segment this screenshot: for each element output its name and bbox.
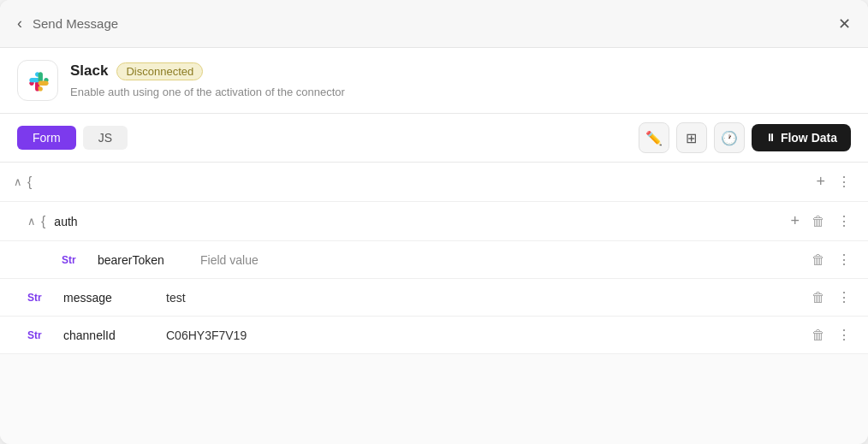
channel-id-type: Str (27, 329, 55, 341)
edit-icon: ✏️ (645, 130, 663, 146)
root-collapse-button[interactable]: ∧ (14, 175, 22, 188)
slack-icon (24, 67, 51, 94)
close-icon: ✕ (838, 15, 851, 33)
channel-id-delete-button[interactable]: 🗑 (808, 326, 829, 345)
service-description: Enable auth using one of the activation … (70, 86, 345, 98)
root-more-button[interactable]: ⋮ (834, 172, 854, 192)
channel-id-actions: 🗑 ⋮ (808, 325, 854, 345)
message-actions: 🗑 ⋮ (808, 287, 854, 307)
root-brace: { (27, 175, 32, 190)
root-row: ∧ { + ⋮ (0, 163, 868, 202)
root-add-button[interactable]: + (812, 171, 829, 192)
grid-icon-button[interactable]: ⊞ (676, 122, 707, 153)
auth-delete-button[interactable]: 🗑 (808, 212, 829, 231)
clock-icon: 🕐 (721, 130, 738, 146)
auth-brace: { (41, 214, 45, 229)
auth-group-name: auth (54, 215, 157, 228)
auth-more-button[interactable]: ⋮ (834, 211, 854, 231)
auth-collapse-button[interactable]: ∧ (27, 215, 36, 228)
auth-actions: + 🗑 ⋮ (787, 210, 854, 232)
header-title: Send Message (33, 16, 838, 31)
service-name: Slack (70, 62, 108, 80)
message-type: Str (27, 292, 55, 304)
header: ‹ Send Message ✕ (0, 0, 868, 48)
message-row: Str message test 🗑 ⋮ (0, 279, 868, 317)
channel-id-name: channelId (63, 329, 166, 342)
service-row: Slack Disconnected Enable auth using one… (0, 48, 868, 114)
close-button[interactable]: ✕ (838, 15, 851, 33)
message-name: message (63, 291, 166, 305)
back-button[interactable]: ‹ (17, 15, 22, 33)
channel-id-row: Str channelId C06HY3F7V19 🗑 ⋮ (0, 317, 868, 354)
flow-data-label: Flow Data (781, 131, 837, 145)
bearer-token-name: bearerToken (98, 253, 200, 267)
grid-icon: ⊞ (686, 130, 697, 146)
message-value: test (166, 291, 808, 305)
edit-icon-button[interactable]: ✏️ (639, 122, 669, 153)
bearer-token-more-button[interactable]: ⋮ (834, 250, 854, 269)
form-tab[interactable]: Form (17, 126, 76, 150)
service-info: Slack Disconnected Enable auth using one… (70, 62, 851, 99)
channel-id-value: C06HY3F7V19 (166, 329, 808, 342)
bearer-token-delete-button[interactable]: 🗑 (808, 251, 829, 269)
main-content: ∧ { + ⋮ ∧ { auth + 🗑 ⋮ Str (0, 163, 868, 444)
toolbar-row: Form JS ✏️ ⊞ 🕐 ⏸ Flow Data (0, 114, 868, 163)
status-badge: Disconnected (116, 62, 203, 80)
flow-data-button[interactable]: ⏸ Flow Data (752, 124, 851, 151)
root-actions: + ⋮ (812, 171, 854, 192)
bearer-token-type: Str (62, 254, 89, 266)
service-logo (17, 60, 58, 101)
bearer-token-actions: 🗑 ⋮ (808, 250, 854, 269)
pause-icon: ⏸ (765, 132, 776, 144)
service-name-row: Slack Disconnected (70, 62, 851, 80)
bearer-token-value: Field value (200, 253, 808, 267)
message-more-button[interactable]: ⋮ (834, 287, 854, 307)
tree-root: ∧ { + ⋮ ∧ { auth + 🗑 ⋮ Str (0, 163, 868, 354)
clock-icon-button[interactable]: 🕐 (714, 122, 745, 153)
back-icon: ‹ (17, 15, 22, 33)
app-container: ‹ Send Message ✕ (0, 0, 868, 444)
bearer-token-row: Str bearerToken Field value 🗑 ⋮ (0, 241, 868, 279)
auth-group-row: ∧ { auth + 🗑 ⋮ (0, 202, 868, 241)
message-delete-button[interactable]: 🗑 (808, 288, 829, 307)
channel-id-more-button[interactable]: ⋮ (834, 325, 854, 345)
js-tab[interactable]: JS (83, 126, 128, 150)
auth-add-button[interactable]: + (787, 210, 803, 232)
